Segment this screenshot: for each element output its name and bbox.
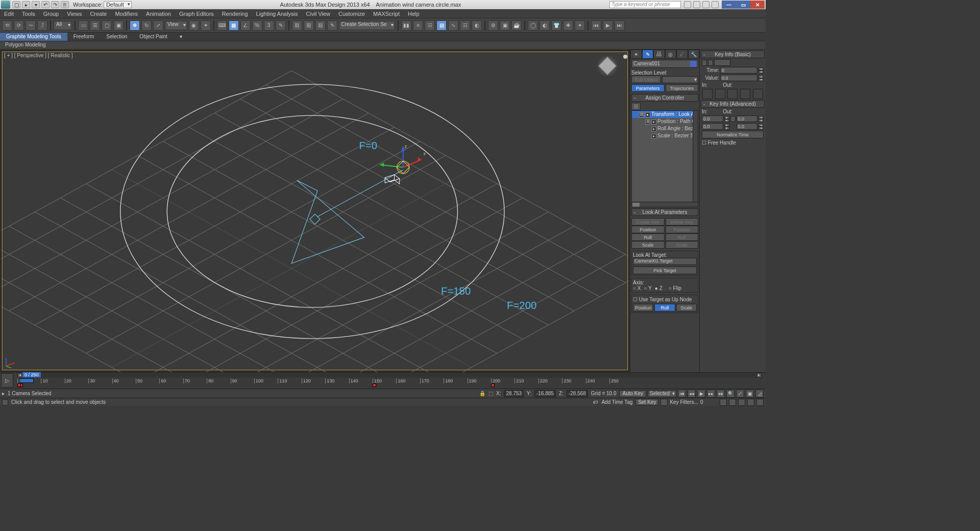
render-frame-button[interactable]: ▣ — [500, 20, 510, 31]
menu-civil-view[interactable]: Civil View — [302, 11, 334, 17]
curve-editor-button[interactable]: ∿ — [448, 20, 458, 31]
ribbon-toggle-button[interactable]: ▤ — [436, 20, 447, 31]
named-selection-combo[interactable]: All — [54, 21, 72, 30]
tree-hscroll[interactable] — [632, 202, 698, 207]
cp-tab-create-icon[interactable]: ✶ — [630, 50, 642, 59]
menu-group[interactable]: Group — [39, 11, 63, 17]
lookat-target-field[interactable]: Camera001.Target — [633, 258, 697, 265]
frame-indicator[interactable]: 0 / 250 — [22, 372, 41, 377]
isolate-icon[interactable]: ⬚ — [488, 391, 493, 396]
goto-end-icon[interactable]: ⏭ — [717, 390, 725, 398]
menu-modifiers[interactable]: Modifiers — [111, 11, 142, 17]
cp-tab-utilities-icon[interactable]: 🔧 — [688, 50, 700, 59]
infocenter-icon[interactable] — [684, 1, 691, 8]
undo-button[interactable]: ⟲ — [2, 20, 12, 31]
timeline-scroll-right[interactable]: ▸ — [756, 373, 762, 378]
in-tangent-prev-icon[interactable] — [702, 89, 713, 99]
nav-zoom-icon[interactable]: 🔍 — [726, 390, 734, 398]
pick-target-button[interactable]: Pick Target — [633, 267, 697, 274]
menu-maxscript[interactable]: MAXScript — [369, 11, 404, 17]
nav-pan-icon[interactable] — [729, 399, 736, 406]
use-target-up-check[interactable]: Use Target as Up Node — [633, 297, 692, 302]
object-color-swatch[interactable] — [690, 61, 696, 67]
y-coord-field[interactable]: -16.885 — [534, 390, 556, 397]
add-time-tag[interactable]: Add Time Tag — [601, 399, 632, 405]
link-icon[interactable]: ⎘ — [61, 1, 69, 8]
maximize-button[interactable]: ▭ — [736, 1, 750, 9]
mirror-button[interactable]: ▮▮ — [401, 20, 411, 31]
link-button[interactable]: ⤳ — [26, 20, 36, 31]
menu-create[interactable]: Create — [86, 11, 111, 17]
adv-in-field2[interactable]: 0.0 — [702, 123, 723, 130]
time-slider[interactable]: ▷ ◂ 0 / 250 ▸ 01020304050607080901001101… — [0, 372, 766, 389]
goto-start-button[interactable]: ⏮ — [591, 20, 601, 31]
key-index-field[interactable] — [714, 59, 730, 66]
prevkey-button[interactable] — [702, 60, 707, 66]
new-icon[interactable]: ▢ — [12, 1, 20, 8]
nav-zoomall-icon[interactable]: ⤢ — [736, 390, 744, 398]
parameters-button[interactable]: Parameters — [631, 84, 665, 92]
menu-views[interactable]: Views — [63, 11, 86, 17]
create-selection-set-combo[interactable]: Create Selection Se — [339, 21, 396, 30]
tangent-copy-icon[interactable] — [727, 89, 738, 99]
window-crossing-button[interactable]: ▣ — [113, 20, 124, 31]
value-spinner[interactable]: ▴▾ — [758, 75, 764, 81]
normalize-time-button[interactable]: Normalize Time — [702, 131, 764, 138]
subobject-button[interactable]: Sub-Object — [631, 76, 661, 83]
nav-minmax-icon[interactable] — [756, 399, 764, 406]
in-tangent-icon[interactable] — [715, 89, 725, 99]
search-input[interactable]: Type a keyword or phrase — [609, 1, 681, 8]
nextkey-button[interactable] — [708, 60, 713, 66]
assign-controller-rollout[interactable]: Assign Controller — [631, 94, 698, 102]
createkey-roll[interactable]: Roll — [631, 233, 665, 241]
out-tangent-icon[interactable] — [740, 89, 750, 99]
value-field[interactable]: 0.0 — [720, 75, 757, 81]
adv-in-spin2[interactable]: ▴▾ — [724, 124, 729, 130]
cp-tab-modify-icon[interactable]: ✎ — [642, 50, 654, 59]
nav-orbit-icon[interactable] — [738, 399, 745, 406]
ribbon-panel-label[interactable]: Polygon Modeling — [0, 41, 766, 50]
src-roll-button[interactable]: Roll — [654, 304, 675, 311]
controller-tree[interactable]: ⊟▸Transform : Look At ⊞▸Position : Path … — [631, 110, 698, 207]
open-icon[interactable]: ▸ — [22, 1, 30, 8]
menu-help[interactable]: Help — [404, 11, 424, 17]
createkey-position[interactable]: Position — [631, 226, 665, 233]
align-button[interactable]: ≡ — [413, 20, 423, 31]
adv-out-spin1[interactable]: ▴▾ — [758, 116, 764, 122]
pivot-button[interactable]: ◉ — [189, 20, 199, 31]
select-move-button[interactable]: ✥ — [130, 20, 140, 31]
keyframe-marker[interactable] — [491, 383, 495, 387]
subobject-combo[interactable] — [662, 76, 698, 83]
snaps-toggle-button[interactable]: ▦ — [229, 20, 239, 31]
src-position-button[interactable]: Position — [633, 304, 653, 311]
current-frame-field[interactable]: 0 — [700, 399, 718, 405]
tree-vscroll[interactable] — [693, 111, 698, 202]
autokey-button[interactable]: Auto Key — [619, 390, 646, 397]
object-name-field[interactable]: Camera001 — [631, 60, 698, 68]
render-production-button[interactable]: ☕ — [511, 20, 522, 31]
setkey-button[interactable]: Set Key — [635, 399, 658, 405]
cv-button-2[interactable]: ◐ — [540, 20, 550, 31]
save-icon[interactable]: ▾ — [32, 1, 40, 8]
time-ruler[interactable]: 0102030405060708090100110120130140150160… — [17, 378, 762, 389]
percent-snap-button[interactable]: % — [252, 20, 262, 31]
unlink-button[interactable]: ⤴ — [37, 20, 47, 31]
time-config-icon[interactable] — [720, 399, 727, 406]
cv-button-1[interactable]: ◯ — [528, 20, 538, 31]
adv-lock-icon[interactable] — [730, 116, 736, 122]
adv-in-spin1[interactable]: ▴▾ — [724, 116, 729, 122]
tree-transform[interactable]: ⊟▸Transform : Look At — [632, 111, 698, 118]
time-tag-icon[interactable]: 🏷 — [593, 399, 598, 405]
free-handle-check[interactable]: Free Handle — [702, 140, 736, 146]
lock-selection-icon[interactable]: 🔒 — [479, 391, 485, 396]
undo-icon[interactable]: ↶ — [41, 1, 50, 8]
help-icon[interactable] — [712, 1, 719, 8]
menu-tools[interactable]: Tools — [18, 11, 39, 17]
workspace-dropdown[interactable]: Default — [104, 1, 132, 8]
refcoord-combo[interactable]: View — [165, 21, 187, 30]
menu-rendering[interactable]: Rendering — [218, 11, 252, 17]
cv-button-3[interactable]: 👕 — [551, 20, 561, 31]
keyinfo-basic-rollout[interactable]: Key Info (Basic) — [701, 51, 765, 58]
axis-y-radio[interactable]: Y — [644, 285, 652, 291]
maxscript-listener-icon[interactable] — [2, 399, 8, 405]
